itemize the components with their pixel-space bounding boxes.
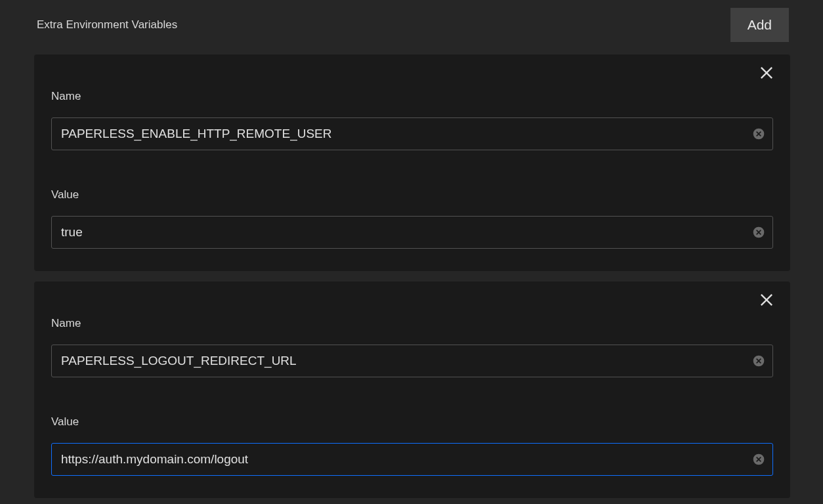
close-icon bbox=[757, 291, 776, 309]
env-var-card: Name Value bbox=[34, 54, 790, 271]
name-input[interactable] bbox=[51, 117, 773, 150]
value-input[interactable] bbox=[51, 216, 773, 249]
name-field-group: Name bbox=[51, 317, 773, 377]
clear-input-button[interactable] bbox=[752, 453, 765, 466]
clear-input-button[interactable] bbox=[752, 226, 765, 239]
env-var-card: Name Value bbox=[34, 282, 790, 498]
value-field-group: Value bbox=[51, 188, 773, 249]
value-label: Value bbox=[51, 188, 773, 201]
name-label: Name bbox=[51, 317, 773, 330]
name-input-wrapper bbox=[51, 117, 773, 150]
clear-input-button[interactable] bbox=[752, 127, 765, 140]
name-field-group: Name bbox=[51, 90, 773, 150]
clear-icon bbox=[752, 127, 765, 140]
section-header: Extra Environment Variables Add bbox=[0, 0, 823, 50]
remove-card-button[interactable] bbox=[757, 291, 776, 309]
value-field-group: Value bbox=[51, 415, 773, 476]
clear-icon bbox=[752, 453, 765, 466]
section-title: Extra Environment Variables bbox=[37, 18, 177, 32]
add-button[interactable]: Add bbox=[730, 8, 789, 42]
value-label: Value bbox=[51, 415, 773, 429]
name-input-wrapper bbox=[51, 345, 773, 377]
name-label: Name bbox=[51, 90, 773, 103]
name-input[interactable] bbox=[51, 345, 773, 377]
value-input-wrapper bbox=[51, 216, 773, 249]
value-input[interactable] bbox=[51, 443, 773, 476]
value-input-wrapper bbox=[51, 443, 773, 476]
close-icon bbox=[757, 64, 776, 82]
clear-icon bbox=[752, 354, 765, 368]
remove-card-button[interactable] bbox=[757, 64, 776, 82]
clear-input-button[interactable] bbox=[752, 354, 765, 368]
env-vars-list: Name Value bbox=[0, 50, 823, 498]
clear-icon bbox=[752, 226, 765, 239]
